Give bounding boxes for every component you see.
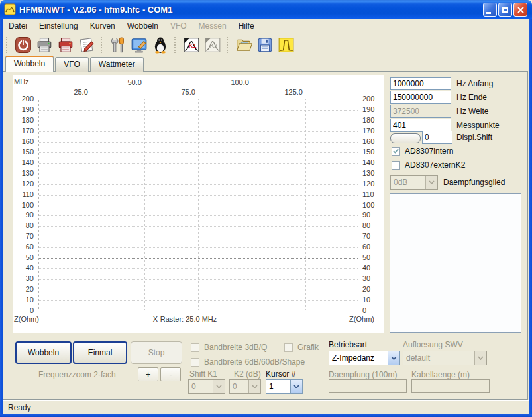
- chevron-down-icon: [474, 351, 486, 365]
- checkbox-unchecked-icon[interactable]: [392, 161, 400, 170]
- y-tick-label: 30: [14, 274, 34, 283]
- y-axis-label-right: Z(Ohm): [349, 315, 374, 323]
- menu-hilfe[interactable]: Hilfe: [233, 19, 260, 32]
- y-tick-label: 130: [14, 168, 34, 178]
- power-icon[interactable]: [13, 35, 33, 55]
- window-border: [0, 19, 3, 417]
- displ-shift-input[interactable]: [422, 131, 452, 144]
- checkbox-unchecked-icon: [284, 343, 293, 352]
- shift-k1-value: 0: [189, 382, 213, 391]
- y-tick-label: 180: [14, 115, 34, 125]
- y-tick-label: 60: [14, 242, 34, 251]
- kursor-select[interactable]: 1: [266, 379, 303, 394]
- daempfungsglied-value: 0dB: [391, 178, 425, 187]
- zoom-plus-button[interactable]: +: [138, 367, 158, 381]
- ad8307externk2-checkbox[interactable]: AD8307externK2: [392, 160, 465, 170]
- y-tick-label: 30: [362, 274, 382, 283]
- betriebsart-select[interactable]: Z-Impedanz: [329, 351, 400, 365]
- y-tick-label: 180: [362, 115, 382, 125]
- k1-curve-icon[interactable]: K1: [182, 35, 201, 55]
- tab-wattmeter[interactable]: Wattmeter: [90, 57, 144, 72]
- y-tick-label: 200: [362, 94, 382, 103]
- daempfungsglied-label: Daempfungsglied: [443, 178, 505, 187]
- displ-shift-label: Displ.Shift: [456, 133, 492, 142]
- toolbar-grip[interactable]: [227, 37, 229, 53]
- chevron-down-icon[interactable]: [388, 351, 399, 365]
- chevron-down-icon: [248, 380, 260, 393]
- window-title: HFM9/NWT - V.2.06 - hfm9.hfc - COM1: [19, 5, 172, 15]
- toolbar-grip[interactable]: [174, 37, 177, 53]
- save-file-icon[interactable]: [255, 35, 275, 55]
- bandbreite-3db-label: Bandbreite 3dB/Q: [204, 343, 267, 352]
- toolbar-grip[interactable]: [101, 37, 103, 53]
- close-icon[interactable]: [513, 3, 527, 17]
- x-gridline: [144, 99, 145, 310]
- menu-bar: Datei Einstellung Kurven Wobbeln VFO Mes…: [3, 19, 529, 32]
- wobbeln-button[interactable]: Wobbeln: [15, 341, 72, 364]
- print-icon[interactable]: [34, 35, 54, 55]
- hz-ende-input[interactable]: [390, 91, 451, 104]
- chevron-down-icon: [425, 176, 437, 189]
- x-gridline: [198, 99, 199, 310]
- chevron-down-icon[interactable]: [290, 380, 302, 393]
- y-tick-label: 190: [362, 105, 382, 114]
- y-tick-label: 160: [362, 137, 382, 146]
- displ-shift-progressbar: [390, 133, 421, 143]
- y-tick-label: 140: [14, 158, 34, 167]
- chevron-down-icon: [213, 380, 225, 393]
- menu-datei[interactable]: Datei: [3, 19, 33, 32]
- grafik-checkbox: Grafik: [284, 343, 319, 352]
- ad8307intern-checkbox[interactable]: AD8307intern: [392, 147, 453, 156]
- x-gridline: [252, 99, 252, 310]
- menu-vfo: VFO: [164, 19, 193, 32]
- bandbreite-3db-checkbox: Bandbreite 3dB/Q: [191, 343, 267, 352]
- hz-anfang-input[interactable]: [390, 77, 451, 90]
- x-tick-label: 100.0: [221, 78, 249, 87]
- messpunkte-input[interactable]: [390, 119, 451, 132]
- x-raster-label: X-Raster: 25.0 MHz: [26, 315, 344, 323]
- x-gridline: [91, 99, 91, 310]
- menu-kurven[interactable]: Kurven: [84, 19, 121, 32]
- window-border: [0, 414, 532, 417]
- marker-listbox[interactable]: [390, 193, 521, 333]
- y-tick-label: 100: [362, 200, 382, 209]
- aufloesung-swv-select: default: [403, 351, 487, 365]
- tools-icon[interactable]: [108, 35, 128, 55]
- plot-area: [38, 99, 358, 310]
- toolbar-grip[interactable]: [6, 37, 9, 53]
- status-bar: Ready: [3, 400, 529, 415]
- sweep-curve-icon[interactable]: [276, 35, 296, 55]
- print-color-icon[interactable]: [56, 35, 76, 55]
- x-tick-label: 125.0: [275, 88, 303, 97]
- frequenzzoom-label: Frequenzzoom 2-fach: [38, 370, 116, 379]
- messpunkte-label: Messpunkte: [456, 121, 500, 130]
- stop-button: Stop: [131, 341, 182, 364]
- penguin-icon[interactable]: [150, 35, 170, 55]
- k2-curve-icon: K2: [203, 35, 223, 55]
- einmal-button[interactable]: Einmal: [73, 341, 127, 364]
- maximize-icon[interactable]: [498, 3, 512, 17]
- wobbeln-tab-page: MHz Z(Ohm) X-Raster: 25.0 MHz Z(Ohm) 001…: [3, 71, 528, 400]
- checkbox-checked-icon[interactable]: [392, 147, 400, 156]
- screen-settings-icon[interactable]: [129, 35, 149, 55]
- chart: MHz Z(Ohm) X-Raster: 25.0 MHz Z(Ohm) 001…: [13, 75, 384, 333]
- y-tick-label: 170: [362, 126, 382, 135]
- aufloesung-swv-value: default: [403, 353, 474, 363]
- tab-wobbeln[interactable]: Wobbeln: [5, 56, 54, 72]
- y-tick-label: 0: [362, 306, 382, 315]
- y-tick-label: 140: [362, 158, 382, 167]
- tab-vfo[interactable]: VFO: [55, 57, 89, 72]
- y-tick-label: 20: [362, 284, 382, 294]
- kabellaenge-m-input: [411, 379, 490, 393]
- y-tick-label: 20: [14, 284, 34, 294]
- menu-einstellung[interactable]: Einstellung: [33, 19, 84, 32]
- minimize-icon[interactable]: [483, 3, 497, 17]
- kabellaenge-m-label: Kabellaenge (m): [411, 370, 470, 379]
- daempfungsglied-select: 0dB: [390, 175, 438, 190]
- y-tick-label: 120: [14, 179, 34, 188]
- open-file-icon[interactable]: [234, 35, 254, 55]
- title-bar[interactable]: HFM9/NWT - V.2.06 - hfm9.hfc - COM1: [0, 0, 532, 19]
- edit-notes-icon[interactable]: [77, 35, 97, 55]
- menu-wobbeln[interactable]: Wobbeln: [121, 19, 164, 32]
- k2-db-value: 0: [230, 382, 248, 391]
